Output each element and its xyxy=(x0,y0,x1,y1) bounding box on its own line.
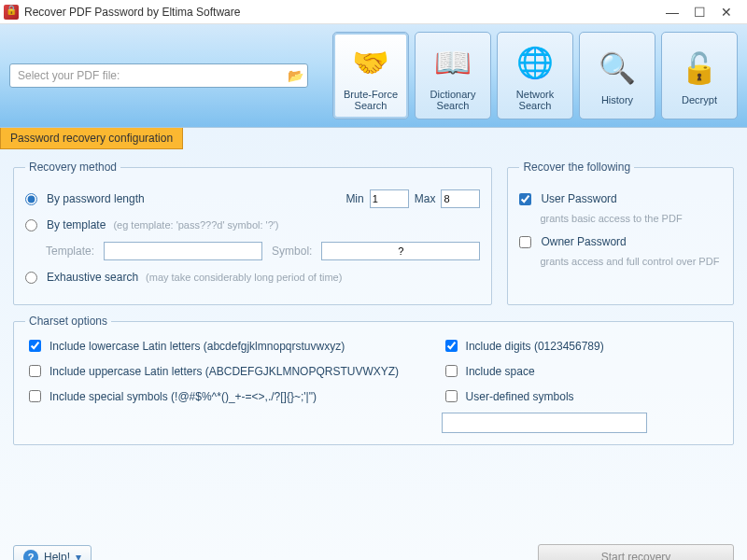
charset-group: Charset options Include lowercase Latin … xyxy=(13,315,734,445)
space-checkbox[interactable] xyxy=(445,365,458,377)
user-password-row: User Password xyxy=(519,189,722,209)
max-label: Max xyxy=(415,192,436,205)
window-controls: — ☐ ✕ xyxy=(655,5,743,20)
digits-row: Include digits (0123456789) xyxy=(442,337,722,355)
recover-following-legend: Recover the following xyxy=(519,161,634,174)
max-input[interactable] xyxy=(441,189,480,208)
template-hint: (eg template: 'pass???d' symbol: '?') xyxy=(113,219,278,231)
brute-force-button[interactable]: 🤝 Brute-Force Search xyxy=(332,32,409,119)
history-button[interactable]: 🔍 History xyxy=(579,32,655,119)
help-icon: ? xyxy=(23,550,38,560)
user-defined-label: User-defined symbols xyxy=(466,390,574,403)
by-template-radio[interactable] xyxy=(25,219,37,231)
special-checkbox[interactable] xyxy=(29,390,41,402)
dictionary-label: Dictionary Search xyxy=(419,89,486,111)
exhaustive-hint: (may take considerably long period of ti… xyxy=(146,272,342,283)
by-password-length-label: By password length xyxy=(47,192,145,205)
footer: ? Help! ▾ Start recovery xyxy=(13,544,734,560)
brute-force-icon: 🤝 xyxy=(348,40,393,85)
decrypt-button[interactable]: 🔓 Decrypt xyxy=(661,32,738,119)
network-label: Network Search xyxy=(501,89,569,111)
template-input[interactable] xyxy=(104,242,262,260)
decrypt-icon: 🔓 xyxy=(677,46,722,91)
by-template-label: By template xyxy=(47,218,106,231)
symbol-label: Symbol: xyxy=(272,245,312,258)
uppercase-row: Include uppercase Latin letters (ABCDEFG… xyxy=(25,362,404,380)
pdf-file-input[interactable]: Select your PDF file: 📂 xyxy=(9,63,308,88)
start-recovery-button[interactable]: Start recovery xyxy=(538,544,734,560)
brute-force-label: Brute-Force Search xyxy=(337,89,404,111)
toolbar-buttons: 🤝 Brute-Force Search 📖 Dictionary Search… xyxy=(332,32,738,119)
min-input[interactable] xyxy=(370,189,409,208)
close-button[interactable]: ✕ xyxy=(721,5,732,20)
body-pane: Password recovery configuration Recovery… xyxy=(0,127,747,560)
network-icon: 🌐 xyxy=(513,40,557,85)
min-label: Min xyxy=(345,192,363,205)
lowercase-label: Include lowercase Latin letters (abcdefg… xyxy=(49,340,345,353)
digits-label: Include digits (0123456789) xyxy=(466,340,604,353)
charset-legend: Charset options xyxy=(25,315,111,328)
user-password-hint: grants basic access to the PDF xyxy=(519,213,722,224)
exhaustive-radio[interactable] xyxy=(25,272,37,284)
recover-following-group: Recover the following User Password gran… xyxy=(507,161,734,305)
space-row: Include space xyxy=(442,362,722,380)
user-defined-input[interactable] xyxy=(442,413,647,433)
titlebar: Recover PDF Password by Eltima Software … xyxy=(0,0,747,24)
recovery-method-group: Recovery method By password length Min M… xyxy=(13,161,492,305)
special-label: Include special symbols (!@#$%^*()_+-=<>… xyxy=(49,390,317,403)
network-button[interactable]: 🌐 Network Search xyxy=(497,32,573,119)
user-password-label: User Password xyxy=(541,192,616,205)
maximize-button[interactable]: ☐ xyxy=(694,5,706,20)
user-defined-row: User-defined symbols xyxy=(442,387,722,405)
owner-password-hint: grants access and full control over PDF xyxy=(519,256,722,267)
owner-password-label: Owner Password xyxy=(541,235,626,248)
history-icon: 🔍 xyxy=(595,46,640,91)
digits-checkbox[interactable] xyxy=(445,340,458,352)
help-label: Help! xyxy=(44,551,70,560)
space-label: Include space xyxy=(466,365,535,378)
dictionary-icon: 📖 xyxy=(430,40,475,85)
template-label: Template: xyxy=(46,245,94,258)
pdf-file-placeholder: Select your PDF file: xyxy=(18,69,120,82)
template-fields-row: Template: Symbol: xyxy=(25,241,480,261)
folder-open-icon[interactable]: 📂 xyxy=(288,68,303,83)
lowercase-row: Include lowercase Latin letters (abcdefg… xyxy=(25,337,404,355)
uppercase-label: Include uppercase Latin letters (ABCDEFG… xyxy=(49,365,399,378)
header-toolbar: Select your PDF file: 📂 🤝 Brute-Force Se… xyxy=(0,24,747,127)
minimize-button[interactable]: — xyxy=(666,5,679,20)
uppercase-checkbox[interactable] xyxy=(29,365,41,377)
symbol-input[interactable] xyxy=(321,242,480,260)
start-recovery-label: Start recovery xyxy=(601,551,671,560)
by-password-length-row: By password length Min Max xyxy=(25,189,480,209)
special-row: Include special symbols (!@#$%^*()_+-=<>… xyxy=(25,387,404,405)
config-tab[interactable]: Password recovery configuration xyxy=(0,128,183,149)
user-password-checkbox[interactable] xyxy=(519,193,531,205)
exhaustive-label: Exhaustive search xyxy=(47,271,138,284)
app-icon xyxy=(4,5,19,20)
owner-password-row: Owner Password xyxy=(519,231,722,252)
by-template-row: By template (eg template: 'pass???d' sym… xyxy=(25,215,480,235)
user-defined-checkbox[interactable] xyxy=(445,390,458,402)
by-password-length-radio[interactable] xyxy=(25,193,37,205)
lowercase-checkbox[interactable] xyxy=(29,340,41,352)
decrypt-label: Decrypt xyxy=(682,94,717,105)
dictionary-button[interactable]: 📖 Dictionary Search xyxy=(415,32,491,119)
recovery-method-legend: Recovery method xyxy=(25,161,120,174)
chevron-down-icon: ▾ xyxy=(76,551,81,560)
exhaustive-row: Exhaustive search (may take considerably… xyxy=(25,267,480,287)
history-label: History xyxy=(601,94,633,105)
window-title: Recover PDF Password by Eltima Software xyxy=(24,6,655,19)
owner-password-checkbox[interactable] xyxy=(519,236,531,248)
help-button[interactable]: ? Help! ▾ xyxy=(13,545,92,560)
